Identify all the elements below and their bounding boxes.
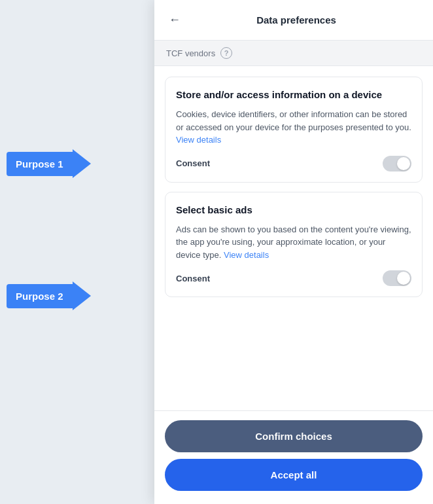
tcf-vendors-bar: TCF vendors ? — [154, 41, 433, 66]
tcf-vendors-label: TCF vendors — [166, 48, 215, 58]
purpose-1-toggle[interactable] — [383, 156, 411, 171]
purpose-2-consent-label: Consent — [176, 274, 210, 283]
purpose-2-view-details[interactable]: View details — [224, 250, 269, 260]
modal-footer: Confirm choices Accept all — [154, 410, 433, 504]
back-button[interactable]: ← — [166, 10, 183, 29]
purpose-1-description: Cookies, device identifiers, or other in… — [176, 108, 411, 147]
purpose-1-arrow-head — [73, 149, 91, 178]
purpose-1-consent-row: Consent — [176, 156, 411, 171]
purpose-1-title: Store and/or access information on a dev… — [176, 88, 411, 101]
tcf-help-icon[interactable]: ? — [220, 47, 232, 59]
data-preferences-modal: ← Data preferences TCF vendors ? Store a… — [154, 0, 433, 504]
confirm-choices-button[interactable]: Confirm choices — [165, 420, 423, 452]
purpose-1-consent-label: Consent — [176, 158, 210, 168]
purpose-2-arrow-label: Purpose 2 — [7, 284, 73, 308]
purposes-list: Store and/or access information on a dev… — [154, 66, 433, 410]
modal-header: ← Data preferences — [154, 0, 433, 41]
modal-title: Data preferences — [188, 14, 404, 26]
purpose-1-view-details[interactable]: View details — [176, 135, 221, 145]
purpose-2-title: Select basic ads — [176, 203, 411, 217]
purpose-1-arrow: Purpose 1 — [7, 149, 91, 178]
back-icon: ← — [169, 13, 181, 27]
help-symbol: ? — [224, 49, 229, 57]
purpose-2-consent-row: Consent — [176, 270, 411, 286]
purpose-2-toggle[interactable] — [383, 270, 411, 286]
purpose-2-arrow: Purpose 2 — [7, 281, 91, 310]
accept-all-button[interactable]: Accept all — [165, 459, 423, 491]
purpose-1-arrow-label: Purpose 1 — [7, 152, 73, 176]
purpose-2-arrow-head — [73, 281, 91, 310]
purpose-card-1: Store and/or access information on a dev… — [165, 77, 423, 183]
purpose-2-description: Ads can be shown to you based on the con… — [176, 223, 411, 262]
purpose-card-2: Select basic ads Ads can be shown to you… — [165, 192, 423, 298]
